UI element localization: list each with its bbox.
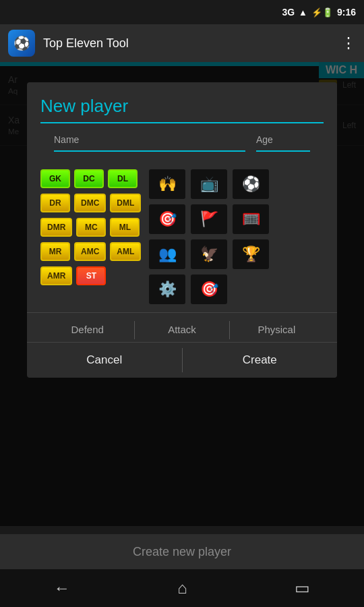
pos-btn-ml[interactable]: ML xyxy=(110,218,140,237)
name-underline xyxy=(54,150,245,152)
home-icon[interactable]: ⌂ xyxy=(177,579,187,598)
app-bar: ⚽ Top Eleven Tool ⋮ xyxy=(0,24,364,62)
signal-text: 3G xyxy=(282,7,295,18)
pos-btn-dml[interactable]: DML xyxy=(110,194,141,212)
age-underline xyxy=(256,150,310,152)
stat-tabs: Defend Attack Physical xyxy=(27,312,337,342)
tab-attack[interactable]: Attack xyxy=(135,318,229,342)
skill-icon-eagle[interactable]: 🦅 xyxy=(191,239,227,269)
pos-row-3: DMR MC ML xyxy=(40,218,141,237)
pos-btn-dmr[interactable]: DMR xyxy=(40,218,72,237)
pos-btn-amr[interactable]: AMR xyxy=(40,266,72,285)
nav-bar: ← ⌂ ▭ xyxy=(0,569,364,607)
skill-icon-gear[interactable]: ⚙️ xyxy=(149,274,185,304)
form-row: Name Age xyxy=(40,134,324,152)
signal-icon: ▲ xyxy=(299,7,307,18)
pos-row-4: MR AMC AML xyxy=(40,242,141,261)
cancel-button[interactable]: Cancel xyxy=(27,343,182,378)
skills-row-1: 🙌 📺 ⚽ xyxy=(149,169,324,199)
pos-btn-dmc[interactable]: DMC xyxy=(74,194,106,212)
dialog-divider xyxy=(40,122,324,123)
pos-btn-mr[interactable]: MR xyxy=(40,242,70,261)
age-label: Age xyxy=(256,134,310,145)
pos-btn-dl[interactable]: DL xyxy=(108,169,138,188)
pos-btn-mc[interactable]: MC xyxy=(76,218,106,237)
tab-physical[interactable]: Physical xyxy=(230,318,324,342)
pos-btn-dr[interactable]: DR xyxy=(40,194,70,212)
pos-btn-dc[interactable]: DC xyxy=(74,169,104,188)
pos-row-1: GK DC DL xyxy=(40,169,141,188)
skill-icon-flag[interactable]: 🚩 xyxy=(191,204,227,234)
new-player-dialog: New player Name Age GK D xyxy=(27,82,337,378)
skill-icon-hands[interactable]: 🙌 xyxy=(149,169,185,199)
dialog-buttons: Cancel Create xyxy=(27,342,337,378)
create-new-player-label[interactable]: Create new player xyxy=(133,545,231,559)
skills-row-3: 👥 🦅 🏆 xyxy=(149,239,324,269)
skills-grid: 🙌 📺 ⚽ 🎯 🚩 🥅 👥 🦅 🏆 ⚙️ xyxy=(149,169,324,304)
pos-btn-amc[interactable]: AMC xyxy=(74,242,106,261)
recents-icon[interactable]: ▭ xyxy=(295,579,310,598)
app-icon: ⚽ xyxy=(8,30,35,57)
positions-grid: GK DC DL DR DMC DML DMR MC ML xyxy=(40,169,141,304)
battery-icon: ⚡🔋 xyxy=(311,7,333,18)
app-title: Top Eleven Tool xyxy=(43,36,333,51)
positions-section: GK DC DL DR DMC DML DMR MC ML xyxy=(27,169,337,304)
bottom-bar: Create new player xyxy=(0,534,364,569)
skill-icon-ball1[interactable]: ⚽ xyxy=(233,169,269,199)
name-label: Name xyxy=(54,134,245,145)
skill-icon-goal[interactable]: 🥅 xyxy=(233,204,269,234)
tab-defend[interactable]: Defend xyxy=(40,318,134,342)
skill-icon-team[interactable]: 👥 xyxy=(149,239,185,269)
pos-btn-st[interactable]: ST xyxy=(76,266,106,285)
status-bar: 3G ▲ ⚡🔋 9:16 xyxy=(0,0,364,24)
pos-btn-gk[interactable]: GK xyxy=(40,169,70,188)
skill-icon-crosshair[interactable]: 🎯 xyxy=(191,274,227,304)
app-logo: ⚽ xyxy=(13,35,30,51)
back-icon[interactable]: ← xyxy=(54,579,70,598)
pos-row-2: DR DMC DML xyxy=(40,194,141,212)
age-field-group: Age xyxy=(256,134,310,152)
create-button[interactable]: Create xyxy=(183,343,338,378)
pos-row-5: AMR ST xyxy=(40,266,141,285)
time-text: 9:16 xyxy=(337,7,356,18)
skills-row-2: 🎯 🚩 🥅 xyxy=(149,204,324,234)
dialog-header: New player Name Age xyxy=(27,82,337,169)
more-menu-icon[interactable]: ⋮ xyxy=(341,34,356,52)
skill-icon-screen[interactable]: 📺 xyxy=(191,169,227,199)
dialog-title: New player xyxy=(40,96,324,117)
skill-icon-target[interactable]: 🎯 xyxy=(149,204,185,234)
name-field-group: Name xyxy=(54,134,245,152)
dialog-overlay: New player Name Age GK D xyxy=(0,62,364,526)
pos-btn-aml[interactable]: AML xyxy=(110,242,141,261)
skill-icon-trophy[interactable]: 🏆 xyxy=(233,239,269,269)
skills-row-4: ⚙️ 🎯 xyxy=(149,274,324,304)
